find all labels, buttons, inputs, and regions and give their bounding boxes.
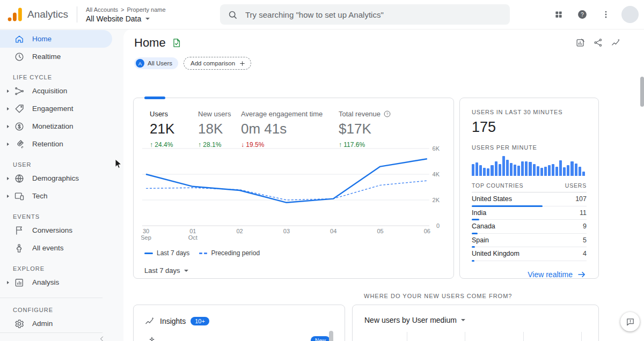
country-users: 9: [583, 223, 587, 230]
legend-item-preceding-period: Preceding period: [199, 249, 260, 257]
country-row-united-kingdom: United Kingdom4: [472, 247, 587, 261]
sidebar-item-label: Demographics: [32, 174, 79, 182]
more-vert-icon[interactable]: [596, 4, 616, 25]
retention-icon: [14, 139, 25, 150]
minute-bar: [552, 164, 554, 176]
insights-title: Insights: [160, 317, 186, 325]
help-circle-icon[interactable]: ?: [380, 110, 391, 118]
help-icon[interactable]: ?: [572, 4, 592, 25]
insights-scrollbar[interactable]: [329, 331, 333, 341]
sidebar-item-label: Tech: [32, 192, 48, 200]
apps-grid-icon[interactable]: [548, 4, 569, 25]
sidebar-section-header: EVENTS: [0, 212, 112, 221]
chart-legend: Last 7 daysPreceding period: [144, 249, 260, 257]
avatar[interactable]: [621, 6, 639, 23]
search-input[interactable]: [244, 10, 502, 20]
minute-bar: [579, 167, 581, 176]
new-users-dimension-selector[interactable]: New users by User medium: [364, 316, 587, 324]
comparison-chip-all-users[interactable]: A All Users: [134, 57, 178, 69]
minute-bar: [479, 165, 482, 176]
gridline: [523, 332, 524, 341]
report-area: Home A All Users Add comparison Users2: [123, 29, 644, 341]
sidebar-divider: [0, 298, 103, 298]
tech-icon: [14, 191, 25, 202]
comparison-chip-label: All Users: [148, 60, 172, 66]
svg-text:6K: 6K: [433, 145, 440, 152]
top-countries-table: TOP COUNTRIES USERS United States107Indi…: [472, 182, 587, 261]
sidebar-item-retention[interactable]: Retention: [0, 135, 112, 153]
sidebar-item-acquisition[interactable]: Acquisition: [0, 82, 112, 100]
sidebar-item-analysis[interactable]: Analysis: [0, 273, 112, 291]
expand-arrow-icon: [4, 143, 12, 146]
metric-total-revenue[interactable]: Total revenue?$17K↑ 117.6%: [339, 110, 391, 149]
sidebar-item-label: Admin: [32, 320, 53, 328]
demographics-icon: [14, 173, 25, 184]
minute-bar: [548, 165, 551, 176]
users-30min-value: 175: [472, 119, 587, 136]
metric-label: New users: [198, 110, 231, 118]
sidebar-item-conversions[interactable]: Conversions: [0, 221, 112, 239]
country-row-canada: Canada9: [472, 220, 587, 234]
customize-report-icon[interactable]: [575, 38, 586, 48]
account-breadcrumb[interactable]: All Accounts > Property name All Website…: [86, 6, 166, 23]
share-icon[interactable]: [593, 38, 604, 48]
country-name: Canada: [472, 223, 495, 230]
insights-icon[interactable]: [611, 38, 621, 48]
sidebar-item-demographics[interactable]: Demographics: [0, 169, 112, 187]
minute-bar: [495, 161, 497, 176]
minute-bar: [540, 168, 543, 176]
svg-text:05: 05: [377, 228, 383, 234]
new-users-selector-label: New users by User medium: [364, 316, 457, 324]
sidebar-item-label: Retention: [32, 140, 63, 148]
minute-bar: [514, 165, 516, 176]
insight-new-badge: New: [311, 336, 330, 341]
minute-bar: [502, 156, 505, 176]
svg-text:30Sep: 30Sep: [141, 228, 151, 241]
svg-text:04: 04: [330, 228, 336, 234]
metric-average-engagement-time[interactable]: Average engagement time0m 41s↓ 19.5%: [241, 110, 323, 149]
add-comparison-button[interactable]: Add comparison: [184, 57, 251, 70]
countries-column-header: TOP COUNTRIES: [472, 182, 523, 189]
collapse-sidebar-icon[interactable]: [99, 336, 105, 341]
legend-label: Preceding period: [211, 249, 260, 257]
sidebar-item-all-events[interactable]: All events: [0, 239, 112, 257]
analytics-logo-icon[interactable]: [8, 8, 23, 21]
view-realtime-link[interactable]: View realtime: [472, 270, 587, 279]
minute-bar: [555, 167, 558, 176]
engagement-icon: [14, 103, 25, 114]
sidebar-item-realtime[interactable]: Realtime: [0, 48, 112, 65]
sidebar-item-tech[interactable]: Tech: [0, 187, 112, 205]
plus-icon: [239, 60, 246, 67]
metric-users[interactable]: Users21K↑ 24.4%: [150, 110, 174, 149]
minute-bar: [499, 164, 501, 176]
country-name: India: [472, 209, 486, 217]
country-name: Spain: [472, 236, 489, 244]
metric-new-users[interactable]: New users18K↑ 28.1%: [198, 110, 231, 149]
page-scrollbar[interactable]: [640, 77, 644, 107]
insight-item-sparkle-icon: [148, 336, 156, 341]
sidebar-item-engagement[interactable]: Engagement: [0, 100, 112, 117]
expand-arrow-icon: [4, 90, 12, 93]
active-tab-indicator: [144, 97, 165, 99]
minute-bar: [506, 160, 509, 176]
svg-text:0: 0: [436, 223, 440, 229]
sidebar-item-monetization[interactable]: Monetization: [0, 117, 112, 135]
minute-bar: [559, 160, 562, 176]
gridline: [465, 332, 465, 341]
view-realtime-label: View realtime: [528, 270, 573, 279]
feedback-button[interactable]: [620, 312, 640, 331]
metric-value: 21K: [150, 121, 174, 137]
sidebar-item-home[interactable]: Home: [0, 30, 112, 48]
search-bar[interactable]: [220, 4, 510, 25]
realtime-card: USERS IN LAST 30 MINUTES 175 USERS PER M…: [459, 98, 599, 279]
date-range-selector[interactable]: Last 7 days: [144, 266, 188, 275]
sidebar: HomeRealtimeLIFE CYCLEAcquisitionEngagem…: [0, 29, 112, 341]
minute-bar: [582, 172, 585, 176]
users-per-minute-label: USERS PER MINUTE: [472, 144, 587, 151]
svg-text:06: 06: [424, 228, 430, 234]
dashed-line-sample: [199, 253, 207, 254]
minute-bar: [517, 166, 520, 176]
country-row-spain: Spain5: [472, 234, 587, 248]
sidebar-item-admin[interactable]: Admin: [0, 315, 112, 332]
minute-bar: [491, 165, 493, 176]
